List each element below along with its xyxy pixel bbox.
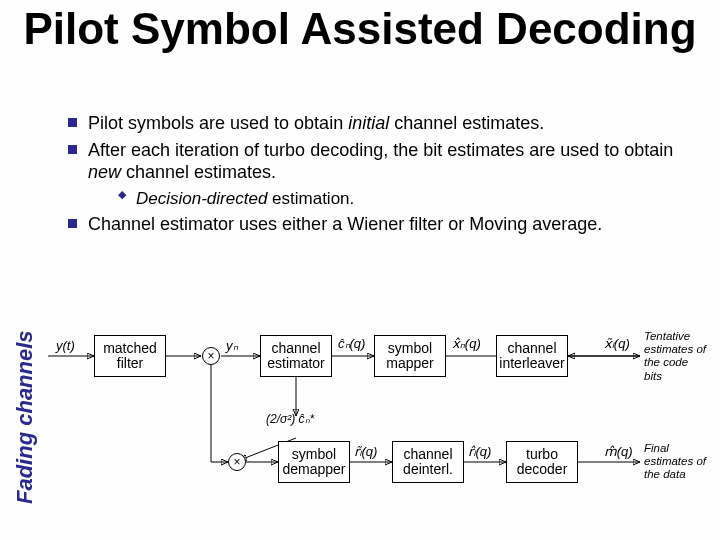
signal-x-hat-top: x̂ₙ(q) — [452, 336, 481, 351]
slide-title: Pilot Symbol Assisted Decoding — [0, 6, 720, 52]
caption-bottom-right: Final estimates of the data — [644, 442, 706, 482]
signal-r-tilde: r̃ₗ(q) — [354, 444, 377, 459]
bullet-2-em: new — [88, 162, 121, 182]
sub-bullet-1-b: estimation. — [267, 189, 354, 208]
block-matched-filter-label: matched filter — [103, 341, 157, 372]
signal-x-tilde: x̃ₗ(q) — [604, 336, 630, 351]
bullet-2-text-a: After each iteration of turbo decoding, … — [88, 140, 673, 160]
block-channel-estimator-label: channel estimator — [267, 341, 325, 372]
block-diagram: matched filter × channel estimator symbo… — [48, 320, 708, 530]
bullet-3: Channel estimator uses either a Wiener f… — [66, 213, 704, 236]
block-turbo-decoder-label: turbo decoder — [517, 447, 568, 478]
caption-top-right: Tentative estimates of the code bits — [644, 330, 706, 383]
signal-y-t: y(t) — [56, 338, 75, 353]
block-channel-deinterl-label: channel deinterl. — [403, 447, 453, 478]
block-channel-deinterl: channel deinterl. — [392, 441, 464, 483]
slide-root: Pilot Symbol Assisted Decoding Fading ch… — [0, 0, 720, 540]
body-content: Pilot symbols are used to obtain initial… — [66, 112, 704, 239]
bullet-1-text-a: Pilot symbols are used to obtain — [88, 113, 348, 133]
multiplier-bottom: × — [228, 453, 246, 471]
multiplier-bottom-glyph: × — [233, 455, 240, 469]
sidebar: Fading channels — [6, 130, 42, 520]
block-symbol-demapper: symbol demapper — [278, 441, 350, 483]
bullet-2-text-b: channel estimates. — [121, 162, 276, 182]
bullet-1: Pilot symbols are used to obtain initial… — [66, 112, 704, 135]
signal-r-hat: r̂ₗ(q) — [468, 444, 491, 459]
signal-conj-scale: (2/σ²) ĉₙ* — [266, 412, 314, 426]
signal-m-hat: m̂(q) — [604, 444, 633, 459]
block-symbol-demapper-label: symbol demapper — [282, 447, 345, 478]
bullet-1-em: initial — [348, 113, 389, 133]
block-channel-interleaver: channel interleaver — [496, 335, 568, 377]
signal-c-hat: ĉₙ(q) — [338, 336, 365, 351]
sub-bullet-1-em: Decision-directed — [136, 189, 267, 208]
multiplier-top-glyph: × — [207, 349, 214, 363]
multiplier-top: × — [202, 347, 220, 365]
sub-bullet-list: Decision-directed estimation. — [88, 188, 704, 209]
sub-bullet-1: Decision-directed estimation. — [118, 188, 704, 209]
block-channel-estimator: channel estimator — [260, 335, 332, 377]
block-turbo-decoder: turbo decoder — [506, 441, 578, 483]
block-matched-filter: matched filter — [94, 335, 166, 377]
bullet-list: Pilot symbols are used to obtain initial… — [66, 112, 704, 235]
block-symbol-mapper-label: symbol mapper — [386, 341, 433, 372]
bullet-2: After each iteration of turbo decoding, … — [66, 139, 704, 209]
signal-y-n: yₙ — [226, 338, 238, 353]
bullet-1-text-b: channel estimates. — [389, 113, 544, 133]
block-symbol-mapper: symbol mapper — [374, 335, 446, 377]
sidebar-label: Fading channels — [12, 330, 38, 504]
block-channel-interleaver-label: channel interleaver — [499, 341, 564, 372]
